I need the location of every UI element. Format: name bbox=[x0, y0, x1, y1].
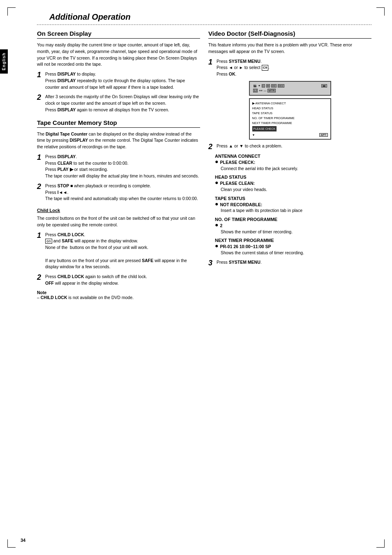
page-number: 34 bbox=[21, 538, 25, 543]
tape-counter-intro: The Digital Tape Counter can be displaye… bbox=[37, 131, 200, 150]
diag-tape-title: TAPE STATUS bbox=[215, 196, 371, 201]
child-lock-note: Note – CHILD LOCK is not available on th… bbox=[37, 290, 200, 300]
diag-antenna-bullet: ● PLEASE CHECK: bbox=[215, 159, 371, 166]
right-column: Video Doctor (Self-Diagnosis) This featu… bbox=[208, 30, 371, 300]
diag-tape-bullet: ● NOT RECORDABLE: bbox=[215, 202, 371, 208]
step-num: 2 bbox=[37, 183, 44, 190]
step-content: Press ▲ or ▼ to check a problem. bbox=[217, 143, 371, 150]
on-screen-display-intro: You may easily display the current time … bbox=[37, 42, 200, 68]
menu-highlight: PLEASE CHECK bbox=[252, 126, 277, 131]
step-num: 1 bbox=[37, 71, 44, 78]
page-title: Additional Operation bbox=[49, 12, 371, 22]
corner-tr bbox=[376, 7, 385, 16]
corner-tl bbox=[7, 7, 16, 16]
dotted-rule bbox=[37, 24, 371, 25]
step-content: Press DISPLAY to display. Press DISPLAY … bbox=[45, 71, 200, 90]
step-content: After 3 seconds the majority of the On S… bbox=[45, 94, 200, 113]
diag-head-desc: Clean your video heads. bbox=[221, 187, 371, 193]
section-video-doctor-title: Video Doctor (Self-Diagnosis) bbox=[208, 30, 371, 39]
osd-step-2: 2 After 3 seconds the majority of the On… bbox=[37, 94, 200, 113]
video-doctor-intro: This feature informs you that there is a… bbox=[208, 42, 371, 55]
vcr-screen-container: 🎬 ✦ C M DD DD2 ■■ 12 ≡≡ — MTR bbox=[208, 81, 371, 140]
tape-step-2: 2 Press STOP ■ when playback or recordin… bbox=[37, 183, 200, 202]
section-child-lock-title: Child Lock bbox=[37, 208, 200, 213]
osd-step-1: 1 Press DISPLAY to display. Press DISPLA… bbox=[37, 71, 200, 90]
diag-nexttimer-desc: Shows the current status of timer record… bbox=[221, 250, 371, 256]
c9-icon: C9 bbox=[262, 65, 268, 71]
diag-tape-desc: Insert a tape with its protection tab in… bbox=[221, 207, 371, 214]
step-num: 2 bbox=[37, 94, 44, 101]
corner-bl bbox=[7, 539, 16, 548]
step-content: Press CHILD LOCK. on and SAFE will appea… bbox=[45, 232, 200, 271]
step-num: 1 bbox=[208, 58, 215, 66]
diag-notimer-desc: Shows the number of timer recording. bbox=[221, 229, 371, 235]
vcr-top-screen: 🎬 ✦ C M DD DD2 ■■ 12 ≡≡ — MTR bbox=[249, 81, 331, 96]
left-column: On Screen Display You may easily display… bbox=[37, 30, 200, 300]
vcr-icons-row2: 12 ≡≡ — MTR bbox=[253, 89, 327, 92]
diag-nexttimer-title: NEXT TIMER PROGRAMME bbox=[215, 238, 371, 243]
vd-step-3: 3 Press SYSTEM MENU. bbox=[208, 259, 371, 267]
diag-notimer-bullet: ● 2 bbox=[215, 223, 371, 229]
step-num: 2 bbox=[208, 143, 215, 150]
tape-step-1: 1 Press DISPLAY. Press CLEAR to set the … bbox=[37, 154, 200, 180]
step-num: 1 bbox=[37, 232, 44, 239]
vd-step-2: 2 Press ▲ or ▼ to check a problem. bbox=[208, 143, 371, 150]
page: English Additional Operation On Screen D… bbox=[0, 0, 392, 555]
vcr-menu-footer: ▼ APT bbox=[252, 133, 328, 137]
corner-br bbox=[376, 539, 385, 548]
child-lock-step-1: 1 Press CHILD LOCK. on and SAFE will app… bbox=[37, 232, 200, 271]
vcr-menu-lines: ▶ ANTENNA CONNECT HEAD STATUS TAPE STATU… bbox=[252, 101, 328, 131]
step-num: 3 bbox=[208, 259, 215, 267]
diag-antenna-desc: Connect the aerial into the jack securel… bbox=[221, 166, 371, 172]
diag-head-bullet: ● PLEASE CLEAN: bbox=[215, 180, 371, 187]
section-tape-counter-title: Tape Counter Memory Stop bbox=[37, 119, 200, 128]
vcr-icons-row1: 🎬 ✦ C M DD DD2 ■■ bbox=[253, 84, 327, 88]
step-content: Press STOP ■ when playback or recording … bbox=[45, 183, 200, 202]
step-content: Press SYSTEM MENU. Press ◄ or ► to selec… bbox=[217, 58, 371, 78]
step-num: 2 bbox=[37, 274, 44, 281]
note-label: Note bbox=[37, 290, 46, 295]
vcr-menu-screen: ▶ ANTENNA CONNECT HEAD STATUS TAPE STATU… bbox=[249, 98, 331, 140]
diag-antenna-title: ANTENNA CONNECT bbox=[215, 154, 371, 159]
language-tab: English bbox=[0, 49, 8, 74]
step-content: Press DISPLAY. Press CLEAR to set the co… bbox=[45, 154, 200, 180]
diag-nexttimer-bullet: ● PR-01 26 10:00~11:00 SP bbox=[215, 244, 371, 250]
child-lock-intro: The control buttons on the front of the … bbox=[37, 215, 200, 228]
step-num: 1 bbox=[37, 154, 44, 161]
diagnosis-items: ANTENNA CONNECT ● PLEASE CHECK: Connect … bbox=[215, 154, 371, 256]
child-lock-step-2: 2 Press CHILD LOCK again to switch off t… bbox=[37, 274, 200, 287]
step-content: Press SYSTEM MENU. bbox=[217, 259, 371, 266]
section-on-screen-display-title: On Screen Display bbox=[37, 30, 200, 39]
diag-notimer-title: NO. OF TIMER PROGRAMME bbox=[215, 217, 371, 222]
step-content: Press CHILD LOCK again to switch off the… bbox=[45, 274, 200, 287]
diag-head-title: HEAD STATUS bbox=[215, 175, 371, 180]
vd-step-1: 1 Press SYSTEM MENU. Press ◄ or ► to sel… bbox=[208, 58, 371, 78]
vcr-screen-outer: 🎬 ✦ C M DD DD2 ■■ 12 ≡≡ — MTR bbox=[249, 81, 331, 140]
